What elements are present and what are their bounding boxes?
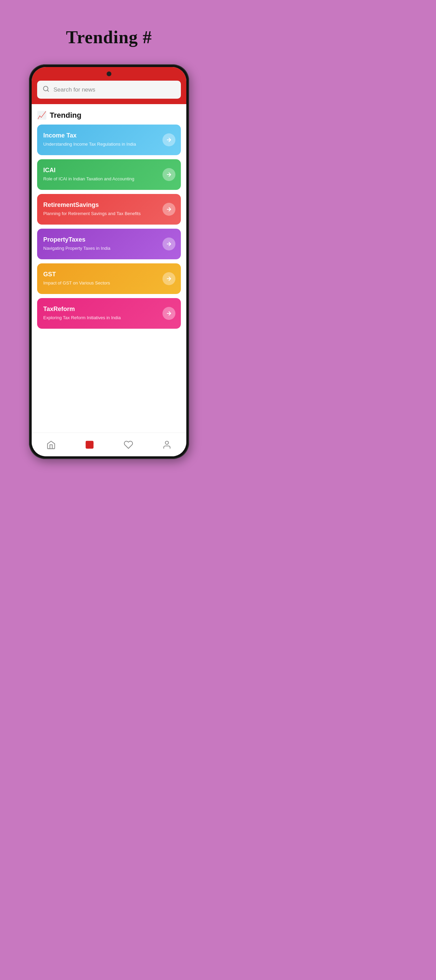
card-text: Income Tax Understanding Income Tax Regu… (43, 132, 158, 147)
phone-frame: Search for news 📈 Trending Income Tax Un… (29, 64, 189, 459)
card-text: PropertyTaxes Navigating Property Taxes … (43, 236, 158, 251)
card-title: ICAI (43, 167, 158, 174)
card-text: ICAI Role of ICAI in Indian Taxation and… (43, 167, 158, 182)
card-property-taxes[interactable]: PropertyTaxes Navigating Property Taxes … (37, 229, 181, 259)
news-icon (85, 440, 94, 450)
heart-icon (124, 440, 133, 450)
bottom-nav (32, 433, 186, 456)
card-arrow[interactable] (163, 203, 176, 216)
card-arrow[interactable] (163, 134, 176, 146)
search-icon (43, 86, 50, 94)
camera-area (32, 67, 186, 81)
card-arrow[interactable] (163, 307, 176, 320)
card-tax-reform[interactable]: TaxReform Exploring Tax Reform Initiativ… (37, 298, 181, 329)
card-title: RetirementSavings (43, 202, 158, 208)
svg-point-11 (166, 441, 169, 444)
card-title: GST (43, 271, 158, 278)
card-desc: Understanding Income Tax Regulations in … (43, 141, 158, 147)
card-desc: Navigating Property Taxes in India (43, 245, 158, 251)
trending-icon: 📈 (37, 111, 46, 120)
card-title: PropertyTaxes (43, 236, 158, 243)
nav-favorites[interactable] (109, 440, 148, 450)
page-title: Trending # (66, 27, 152, 47)
home-icon (46, 440, 56, 450)
cards-list: Income Tax Understanding Income Tax Regu… (32, 124, 186, 334)
card-retirement-savings[interactable]: RetirementSavings Planning for Retiremen… (37, 194, 181, 224)
phone-content: 📈 Trending Income Tax Understanding Inco… (32, 104, 186, 433)
card-desc: Impact of GST on Various Sectors (43, 280, 158, 286)
trending-header: 📈 Trending (32, 104, 186, 124)
card-text: GST Impact of GST on Various Sectors (43, 271, 158, 286)
person-icon (162, 440, 172, 450)
card-arrow[interactable] (163, 272, 176, 285)
nav-profile[interactable] (148, 440, 187, 450)
svg-line-1 (47, 90, 49, 92)
card-arrow[interactable] (163, 168, 176, 181)
card-text: RetirementSavings Planning for Retiremen… (43, 202, 158, 217)
trending-label: Trending (50, 111, 81, 120)
camera-dot (107, 72, 112, 76)
card-text: TaxReform Exploring Tax Reform Initiativ… (43, 305, 158, 321)
card-desc: Planning for Retirement Savings and Tax … (43, 211, 158, 217)
card-income-tax[interactable]: Income Tax Understanding Income Tax Regu… (37, 124, 181, 155)
card-arrow[interactable] (163, 237, 176, 250)
card-title: Income Tax (43, 132, 158, 139)
card-icai[interactable]: ICAI Role of ICAI in Indian Taxation and… (37, 159, 181, 190)
nav-news[interactable] (70, 440, 109, 450)
search-placeholder: Search for news (53, 86, 95, 93)
card-title: TaxReform (43, 305, 158, 313)
card-gst[interactable]: GST Impact of GST on Various Sectors (37, 263, 181, 294)
svg-rect-8 (86, 441, 93, 448)
phone-header: Search for news (32, 67, 186, 104)
card-desc: Role of ICAI in Indian Taxation and Acco… (43, 176, 158, 182)
card-desc: Exploring Tax Reform Initiatives in Indi… (43, 315, 158, 321)
search-bar[interactable]: Search for news (37, 81, 181, 99)
nav-home[interactable] (32, 440, 70, 450)
